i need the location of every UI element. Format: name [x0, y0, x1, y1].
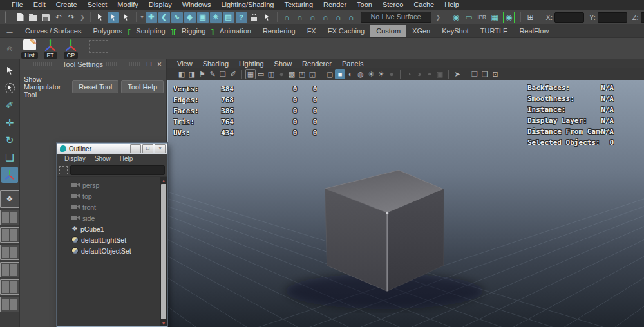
shelf-tab-curves-surfaces[interactable]: Curves / Surfaces — [19, 25, 87, 37]
quick-layout-icon[interactable]: ⊞ — [525, 12, 536, 23]
menu-display[interactable]: Display — [144, 0, 177, 10]
mask-deformations-icon[interactable]: ▣ — [197, 12, 209, 23]
outliner-titlebar[interactable]: Outliner _□× — [57, 144, 167, 154]
wireframe-icon[interactable]: ▢ — [325, 69, 335, 79]
menu-help[interactable]: Help — [439, 0, 464, 10]
vp-menu-shading[interactable]: Shading — [198, 60, 234, 68]
render-view-icon[interactable]: ◉ — [503, 12, 515, 23]
wireframe-on-shaded-icon[interactable]: ◐ — [345, 69, 355, 79]
camera-attributes-icon[interactable]: ◨ — [187, 69, 197, 79]
mask-all-icon[interactable]: ✚ — [146, 12, 157, 23]
field-chart-icon[interactable]: ▩ — [287, 69, 297, 79]
save-icon[interactable] — [40, 12, 52, 23]
mask-dropdown-icon[interactable]: ▾ — [141, 14, 144, 20]
vp-menu-lighting[interactable]: Lighting — [234, 60, 269, 68]
outliner-item-defaultLightSet[interactable]: defaultLightSet — [57, 234, 167, 245]
search-input[interactable] — [70, 165, 165, 175]
collapse-arrow-icon[interactable]: ❯ — [80, 14, 85, 21]
safe-title-icon[interactable]: ◱ — [307, 69, 317, 79]
menu-edit[interactable]: Edit — [28, 0, 51, 10]
snap-point-icon[interactable]: ∩ — [307, 12, 319, 23]
select-component-icon[interactable] — [120, 12, 132, 23]
exposure-icon[interactable]: ⊡ — [490, 69, 500, 79]
shelf-tab-fx-caching[interactable]: FX Caching — [322, 25, 370, 37]
safe-action-icon[interactable]: ◰ — [297, 69, 307, 79]
persp-graph-layout-button[interactable] — [0, 245, 19, 260]
default-lighting-icon[interactable]: ☀ — [376, 69, 386, 79]
shelf-tab-turtle[interactable]: TURTLE — [475, 25, 514, 37]
select-tool[interactable] — [1, 62, 18, 79]
tool-help-button[interactable]: Tool Help — [121, 80, 164, 93]
drag-handle[interactable] — [106, 62, 140, 66]
render-settings-icon[interactable]: ▦ — [489, 12, 500, 23]
lock-selection-icon[interactable] — [249, 12, 260, 23]
maximize-button[interactable]: □ — [142, 144, 153, 153]
shelf-tab-custom[interactable]: Custom — [370, 25, 406, 37]
select-hierarchy-icon[interactable] — [95, 12, 106, 23]
menu-file[interactable]: File — [6, 0, 28, 10]
menu-lighting-shading[interactable]: Lighting/Shading — [216, 0, 279, 10]
coord-input[interactable] — [598, 12, 627, 23]
coord-input[interactable] — [641, 12, 644, 23]
shelf-tab-menu-icon[interactable]: ▬ — [0, 28, 19, 35]
outliner-menu-help[interactable]: Help — [115, 155, 138, 162]
four-view-layout-button[interactable] — [0, 210, 19, 225]
shelf-tab-rigging[interactable]: Rigging — [176, 25, 211, 37]
redo-icon[interactable]: ↷ — [66, 12, 77, 23]
filter-icon[interactable] — [59, 166, 68, 174]
scroll-thumb[interactable] — [161, 184, 166, 319]
image-plane-icon[interactable]: ✎ — [207, 69, 218, 79]
xray-joints-icon[interactable]: ❑ — [480, 69, 490, 79]
shelf-tab-fx[interactable]: FX — [301, 25, 322, 37]
shelf-tab-rendering[interactable]: Rendering — [257, 25, 301, 37]
scroll-down-icon[interactable]: ▼ — [160, 320, 167, 326]
persp-uv-layout-button[interactable] — [0, 279, 19, 295]
outliner-item-persp[interactable]: persp — [57, 180, 167, 191]
camera-icon[interactable]: ◧ — [176, 69, 187, 79]
close-panel-button[interactable]: ✕ — [155, 60, 164, 68]
isolate-select-icon[interactable]: ➤ — [452, 69, 462, 79]
menu-windows[interactable]: Windows — [177, 0, 216, 10]
lasso-select-tool[interactable] — [1, 80, 18, 96]
film-gate-icon[interactable]: ▭ — [256, 69, 266, 79]
menu-toon[interactable]: Toon — [352, 0, 377, 10]
drag-handle[interactable] — [26, 62, 59, 66]
shelf-tab-realflow[interactable]: RealFlow — [513, 25, 554, 37]
shelf-tab-sculpting[interactable]: Sculpting — [130, 25, 171, 37]
menu-select[interactable]: Select — [82, 0, 113, 10]
menu-texturing[interactable]: Texturing — [279, 0, 318, 10]
menu-stereo[interactable]: Stereo — [377, 0, 408, 10]
gate-mask-icon[interactable]: ● — [276, 69, 287, 79]
xray-icon[interactable]: ❐ — [469, 69, 480, 79]
live-surface-field[interactable]: No Live Surface — [361, 12, 431, 23]
motion-blur-icon[interactable]: ◕ — [414, 69, 424, 79]
hypershade-persp-layout-button[interactable] — [0, 262, 19, 277]
scroll-up-icon[interactable]: ▲ — [160, 177, 167, 183]
persp-multi-layout-button[interactable] — [0, 297, 19, 312]
close-button[interactable]: × — [155, 144, 166, 153]
rotate-tool[interactable]: ↻ — [1, 132, 18, 148]
2d-pan-zoom-icon[interactable]: ❏ — [218, 69, 228, 79]
bookmark-icon[interactable]: ⚑ — [197, 69, 207, 79]
vp-menu-panels[interactable]: Panels — [337, 60, 369, 68]
outliner-item-top[interactable]: top — [57, 191, 167, 201]
outliner-menu-display[interactable]: Display — [60, 155, 90, 162]
persp-outliner-layout-button[interactable] — [0, 227, 19, 243]
use-all-lights-icon[interactable]: ✳ — [366, 69, 376, 79]
folder-open-icon[interactable] — [27, 12, 39, 23]
shaded-icon[interactable]: ■ — [335, 69, 345, 79]
mask-dynamics-icon[interactable]: ✳ — [210, 12, 222, 23]
shelf-tab-keyshot[interactable]: KeyShot — [436, 25, 475, 37]
minimize-button[interactable]: _ — [130, 144, 141, 153]
collapse-arrow-icon[interactable]: ❯ — [436, 14, 441, 21]
reset-tool-button[interactable]: Reset Tool — [72, 80, 118, 93]
vp-menu-renderer[interactable]: Renderer — [297, 60, 337, 68]
scale-tool[interactable]: ❏ — [1, 149, 18, 165]
shelf-item-ft[interactable]: FT — [40, 38, 61, 59]
outliner-item-side[interactable]: side — [57, 212, 167, 223]
resolution-gate-icon[interactable]: ◫ — [266, 69, 276, 79]
outliner-item-defaultObjectSet[interactable]: defaultObjectSet — [57, 245, 167, 256]
menu-create[interactable]: Create — [51, 0, 82, 10]
highlight-selection-icon[interactable] — [261, 12, 273, 23]
mask-curves-icon[interactable]: ∿ — [171, 12, 183, 23]
